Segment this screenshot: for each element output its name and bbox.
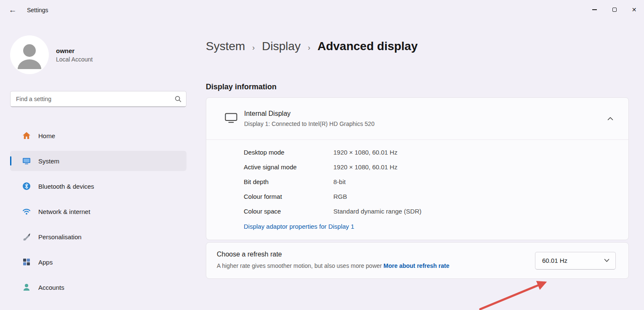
maximize-icon — [612, 8, 617, 12]
detail-label: Active signal mode — [244, 163, 333, 171]
close-button[interactable]: ✕ — [624, 0, 644, 19]
breadcrumb: System › Display › Advanced display — [206, 40, 629, 53]
detail-label: Colour format — [244, 193, 333, 200]
refresh-rate-description: A higher rate gives smoother motion, but… — [217, 261, 449, 270]
detail-value: 1920 × 1080, 60.01 Hz — [333, 163, 397, 171]
display-icon — [22, 157, 31, 165]
search-box — [10, 91, 186, 107]
sidebar-item-personalisation[interactable]: Personalisation — [10, 227, 186, 247]
more-about-refresh-rate-link[interactable]: More about refresh rate — [383, 262, 449, 269]
sidebar-item-label: Bluetooth & devices — [38, 183, 94, 190]
detail-value: 1920 × 1080, 60.01 Hz — [333, 149, 397, 156]
sidebar-item-label: Home — [38, 132, 55, 139]
refresh-rate-title: Choose a refresh rate — [217, 251, 449, 258]
display-information-card: Internal Display Display 1: Connected to… — [206, 97, 629, 240]
user-account-card[interactable]: owner Local Account — [10, 35, 186, 74]
user-account-type: Local Account — [56, 56, 93, 63]
section-title: Display information — [206, 83, 629, 91]
chevron-down-icon — [604, 259, 609, 262]
display-adaptor-properties-link[interactable]: Display adaptor properties for Display 1 — [244, 223, 354, 230]
detail-row-desktop-mode: Desktop mode 1920 × 1080, 60.01 Hz — [244, 145, 618, 160]
sidebar-item-system[interactable]: System — [10, 151, 186, 171]
display-details: Desktop mode 1920 × 1080, 60.01 Hz Activ… — [206, 140, 628, 240]
detail-row-colour-format: Colour format RGB — [244, 189, 618, 204]
breadcrumb-display[interactable]: Display — [262, 40, 301, 53]
sidebar-item-network-internet[interactable]: Network & internet — [10, 201, 186, 222]
avatar — [10, 35, 49, 74]
refresh-rate-text: Choose a refresh rate A higher rate give… — [217, 251, 449, 270]
titlebar: ← Settings ✕ — [0, 0, 644, 20]
close-icon: ✕ — [632, 6, 637, 13]
main-content: System › Display › Advanced display Disp… — [196, 20, 644, 310]
back-arrow-icon: ← — [9, 5, 17, 15]
detail-value: 8-bit — [333, 178, 346, 185]
refresh-rate-card: Choose a refresh rate A higher rate give… — [206, 242, 629, 279]
collapse-button[interactable] — [603, 112, 617, 126]
bluetooth-icon — [22, 182, 31, 190]
refresh-rate-dropdown[interactable]: 60.01 Hz — [535, 252, 616, 270]
sidebar-item-label: Personalisation — [38, 233, 82, 241]
breadcrumb-separator: › — [308, 43, 310, 52]
chevron-up-icon — [607, 117, 613, 121]
person-icon — [22, 283, 31, 291]
detail-label: Bit depth — [244, 178, 333, 185]
sidebar-item-label: Apps — [38, 259, 53, 266]
display-card-subtitle: Display 1: Connected to Intel(R) HD Grap… — [244, 120, 375, 127]
sidebar-nav: Home System — [10, 126, 186, 297]
detail-row-bit-depth: Bit depth 8-bit — [244, 174, 618, 189]
search-input[interactable] — [10, 91, 186, 107]
sidebar-item-bluetooth-devices[interactable]: Bluetooth & devices — [10, 176, 186, 196]
minimize-button[interactable] — [585, 0, 604, 19]
detail-label: Desktop mode — [244, 149, 333, 156]
monitor-icon — [225, 112, 237, 125]
detail-row-active-signal-mode: Active signal mode 1920 × 1080, 60.01 Hz — [244, 160, 618, 174]
maximize-button[interactable] — [604, 0, 624, 19]
sidebar-item-label: System — [38, 158, 59, 165]
sidebar-item-accounts[interactable]: Accounts — [10, 277, 186, 297]
detail-value: RGB — [333, 193, 347, 200]
sidebar-item-label: Accounts — [38, 284, 64, 291]
detail-label: Colour space — [244, 208, 333, 215]
back-button[interactable]: ← — [4, 3, 21, 17]
user-name: owner — [56, 47, 93, 54]
display-card-header[interactable]: Internal Display Display 1: Connected to… — [206, 98, 628, 139]
breadcrumb-current-page: Advanced display — [317, 40, 418, 53]
window-controls: ✕ — [585, 0, 644, 19]
sidebar: owner Local Account Home — [0, 20, 196, 310]
minimize-icon — [592, 9, 597, 10]
breadcrumb-system[interactable]: System — [206, 40, 245, 53]
detail-row-colour-space: Colour space Standard dynamic range (SDR… — [244, 204, 618, 219]
window-title: Settings — [27, 7, 48, 13]
refresh-rate-description-text: A higher rate gives smoother motion, but… — [217, 262, 382, 269]
sidebar-item-home[interactable]: Home — [10, 126, 186, 146]
refresh-rate-dropdown-value: 60.01 Hz — [542, 257, 567, 264]
apps-grid-icon — [22, 258, 31, 266]
home-icon — [22, 131, 31, 140]
sidebar-item-label: Network & internet — [38, 208, 90, 215]
sidebar-item-apps[interactable]: Apps — [10, 252, 186, 272]
detail-value: Standard dynamic range (SDR) — [333, 208, 421, 215]
search-icon — [175, 96, 181, 104]
wifi-icon — [22, 207, 31, 216]
breadcrumb-separator: › — [252, 43, 255, 52]
display-card-title: Internal Display — [244, 110, 375, 118]
brush-icon — [22, 232, 31, 241]
